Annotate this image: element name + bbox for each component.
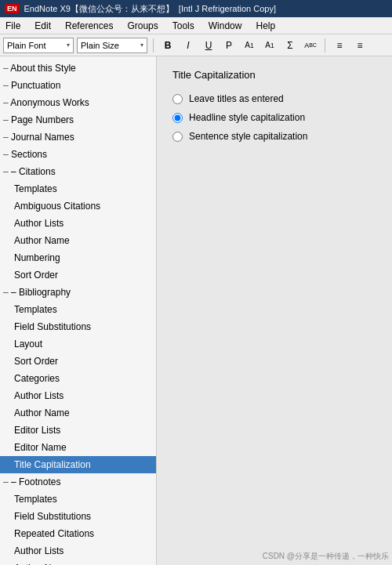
watermark: CSDN @分享是一种传递，一种快乐 xyxy=(263,551,389,562)
superscript-button[interactable]: A1 xyxy=(241,38,258,53)
right-panel: Title Capitalization Leave titles as ent… xyxy=(157,56,392,565)
font-name-label: Plain Font xyxy=(7,41,46,50)
font-size-arrow-icon: ▾ xyxy=(140,42,143,49)
tree-item-footnotes-author-lists[interactable]: Author Lists xyxy=(0,542,156,560)
font-name-dropdown[interactable]: Plain Font ▾ xyxy=(3,38,74,53)
radio-leave-as-entered[interactable]: Leave titles as entered xyxy=(172,93,376,104)
radio-sentence[interactable]: Sentence style capitalization xyxy=(172,131,376,142)
menu-groups[interactable]: Groups xyxy=(125,20,160,32)
tree-item-anonymous[interactable]: Anonymous Works xyxy=(0,94,156,111)
radio-sentence-label: Sentence style capitalization xyxy=(189,131,307,142)
tree-item-categories[interactable]: Categories xyxy=(0,370,156,387)
subscript-button[interactable]: A1 xyxy=(261,38,278,53)
tree-item-punctuation[interactable]: Punctuation xyxy=(0,77,156,94)
menu-tools[interactable]: Tools xyxy=(170,20,197,32)
tree-item-repeated-citations[interactable]: Repeated Citations xyxy=(0,525,156,542)
tree-item-layout[interactable]: Layout xyxy=(0,335,156,353)
radio-group: Leave titles as entered Headline style c… xyxy=(172,93,376,142)
menu-window[interactable]: Window xyxy=(206,20,245,32)
toolbar-separator xyxy=(153,38,154,53)
tree-item-citations-templates[interactable]: Templates xyxy=(0,180,156,197)
doc-title: [Intl J Refrigeration Copy] xyxy=(179,4,276,13)
tree-item-bibliography-author-lists[interactable]: Author Lists xyxy=(0,387,156,404)
menu-references[interactable]: References xyxy=(63,20,115,32)
toolbar-separator-2 xyxy=(325,38,325,53)
tree-group-footnotes[interactable]: – Footnotes xyxy=(0,473,156,491)
app-title: EndNote X9【微信公众号：从来不想】 xyxy=(24,3,174,15)
tree-item-footnotes-templates[interactable]: Templates xyxy=(0,491,156,508)
smallcaps-button[interactable]: ABC xyxy=(302,38,319,53)
tree-item-footnotes-field-substitutions[interactable]: Field Substitutions xyxy=(0,508,156,525)
tree-item-bibliography-sort-order[interactable]: Sort Order xyxy=(0,353,156,370)
tree-item-editor-lists[interactable]: Editor Lists xyxy=(0,422,156,439)
italic-button[interactable]: I xyxy=(180,38,197,53)
tree-item-page-numbers[interactable]: Page Numbers xyxy=(0,111,156,129)
radio-headline[interactable]: Headline style capitalization xyxy=(172,112,376,123)
plain-button[interactable]: P xyxy=(220,38,238,53)
menu-bar: File Edit References Groups Tools Window… xyxy=(0,17,392,34)
left-panel: About this Style Punctuation Anonymous W… xyxy=(0,56,157,565)
tree-item-citations-author-lists[interactable]: Author Lists xyxy=(0,215,156,232)
tree-item-footnotes-author-name[interactable]: Author Name xyxy=(0,560,156,565)
tree-item-citations-sort-order[interactable]: Sort Order xyxy=(0,266,156,284)
radio-leave-as-entered-label: Leave titles as entered xyxy=(189,93,284,104)
radio-leave-as-entered-input[interactable] xyxy=(172,94,183,104)
panel-title: Title Capitalization xyxy=(172,69,376,81)
align-right-button[interactable]: ≡ xyxy=(351,38,368,53)
title-bar: EN EndNote X9【微信公众号：从来不想】 [Intl J Refrig… xyxy=(0,0,392,17)
tree-item-sections[interactable]: Sections xyxy=(0,146,156,163)
font-size-label: Plain Size xyxy=(81,41,119,50)
tree-item-bibliography-templates[interactable]: Templates xyxy=(0,301,156,318)
radio-headline-label: Headline style capitalization xyxy=(189,112,305,123)
underline-button[interactable]: U xyxy=(200,38,217,53)
menu-help[interactable]: Help xyxy=(253,20,278,32)
tree-group-citations[interactable]: – Citations xyxy=(0,163,156,180)
tree-item-citations-author-name[interactable]: Author Name xyxy=(0,232,156,249)
main-content: About this Style Punctuation Anonymous W… xyxy=(0,56,392,565)
tree-item-bibliography-author-name[interactable]: Author Name xyxy=(0,404,156,422)
tree-item-field-substitutions[interactable]: Field Substitutions xyxy=(0,318,156,335)
app-logo: EN xyxy=(5,4,20,13)
font-name-arrow-icon: ▾ xyxy=(67,42,70,49)
symbol-button[interactable]: Σ xyxy=(281,38,299,53)
menu-file[interactable]: File xyxy=(3,20,23,32)
tree-item-about[interactable]: About this Style xyxy=(0,60,156,77)
font-size-dropdown[interactable]: Plain Size ▾ xyxy=(77,38,147,53)
font-selector: Plain Font ▾ xyxy=(3,38,74,53)
tree-group-bibliography[interactable]: – Bibliography xyxy=(0,284,156,301)
align-left-button[interactable]: ≡ xyxy=(331,38,348,53)
radio-sentence-input[interactable] xyxy=(172,132,183,142)
tree-item-numbering[interactable]: Numbering xyxy=(0,249,156,266)
radio-headline-input[interactable] xyxy=(172,113,183,123)
tree-item-title-capitalization[interactable]: Title Capitalization xyxy=(0,456,156,473)
size-selector: Plain Size ▾ xyxy=(77,38,147,53)
tree-item-ambiguous-citations[interactable]: Ambiguous Citations xyxy=(0,197,156,215)
bold-button[interactable]: B xyxy=(159,38,176,53)
tree-item-journal-names[interactable]: Journal Names xyxy=(0,129,156,146)
toolbar: Plain Font ▾ Plain Size ▾ B I U P A1 A1 … xyxy=(0,34,392,56)
menu-edit[interactable]: Edit xyxy=(32,20,53,32)
tree-item-editor-name[interactable]: Editor Name xyxy=(0,439,156,456)
